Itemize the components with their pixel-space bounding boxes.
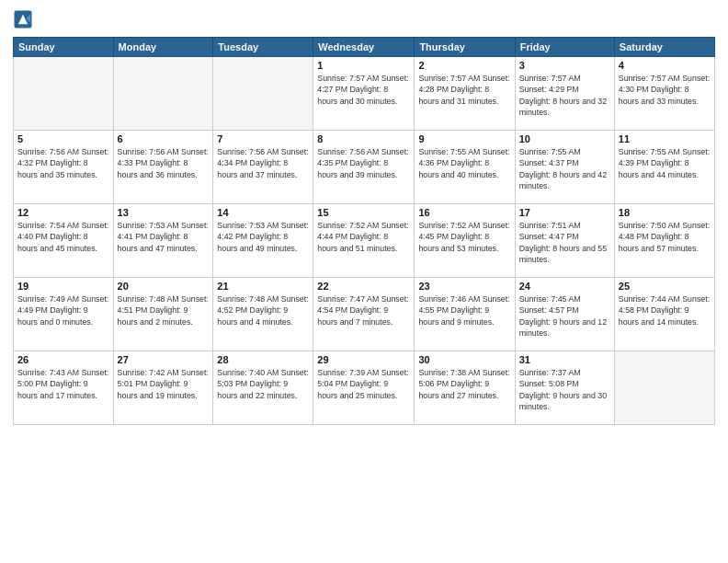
day-detail: Sunrise: 7:47 AM Sunset: 4:54 PM Dayligh… bbox=[317, 293, 410, 327]
day-detail: Sunrise: 7:52 AM Sunset: 4:45 PM Dayligh… bbox=[418, 220, 510, 254]
calendar-header-row: SundayMondayTuesdayWednesdayThursdayFrid… bbox=[14, 38, 715, 57]
calendar-cell: 24Sunrise: 7:45 AM Sunset: 4:57 PM Dayli… bbox=[515, 278, 614, 351]
day-detail: Sunrise: 7:51 AM Sunset: 4:47 PM Dayligh… bbox=[519, 220, 610, 265]
calendar-cell: 12Sunrise: 7:54 AM Sunset: 4:40 PM Dayli… bbox=[14, 204, 114, 278]
calendar-cell: 27Sunrise: 7:42 AM Sunset: 5:01 PM Dayli… bbox=[113, 351, 213, 425]
calendar-cell: 29Sunrise: 7:39 AM Sunset: 5:04 PM Dayli… bbox=[313, 351, 415, 425]
day-number: 1 bbox=[317, 60, 410, 71]
day-number: 2 bbox=[418, 60, 510, 71]
calendar-cell: 5Sunrise: 7:56 AM Sunset: 4:32 PM Daylig… bbox=[14, 131, 114, 204]
calendar-cell: 21Sunrise: 7:48 AM Sunset: 4:52 PM Dayli… bbox=[213, 278, 313, 351]
weekday-header-thursday: Thursday bbox=[415, 38, 515, 57]
calendar-cell bbox=[614, 351, 714, 425]
weekday-header-monday: Monday bbox=[113, 38, 213, 57]
day-detail: Sunrise: 7:56 AM Sunset: 4:35 PM Dayligh… bbox=[317, 146, 410, 180]
day-detail: Sunrise: 7:49 AM Sunset: 4:49 PM Dayligh… bbox=[17, 293, 109, 327]
calendar-cell bbox=[213, 57, 313, 131]
day-detail: Sunrise: 7:57 AM Sunset: 4:29 PM Dayligh… bbox=[519, 73, 610, 118]
day-detail: Sunrise: 7:46 AM Sunset: 4:55 PM Dayligh… bbox=[418, 293, 510, 327]
weekday-header-saturday: Saturday bbox=[614, 38, 714, 57]
calendar-cell: 2Sunrise: 7:57 AM Sunset: 4:28 PM Daylig… bbox=[415, 57, 515, 131]
day-detail: Sunrise: 7:55 AM Sunset: 4:37 PM Dayligh… bbox=[519, 146, 610, 191]
day-number: 21 bbox=[217, 281, 309, 292]
calendar-week-row-2: 12Sunrise: 7:54 AM Sunset: 4:40 PM Dayli… bbox=[14, 204, 715, 278]
day-number: 23 bbox=[418, 281, 510, 292]
day-detail: Sunrise: 7:55 AM Sunset: 4:39 PM Dayligh… bbox=[619, 146, 711, 180]
day-detail: Sunrise: 7:52 AM Sunset: 4:44 PM Dayligh… bbox=[317, 220, 410, 254]
day-number: 10 bbox=[519, 133, 610, 144]
calendar-cell: 8Sunrise: 7:56 AM Sunset: 4:35 PM Daylig… bbox=[313, 131, 415, 204]
calendar-cell: 4Sunrise: 7:57 AM Sunset: 4:30 PM Daylig… bbox=[614, 57, 714, 131]
calendar-week-row-4: 26Sunrise: 7:43 AM Sunset: 5:00 PM Dayli… bbox=[14, 351, 715, 425]
calendar-cell: 15Sunrise: 7:52 AM Sunset: 4:44 PM Dayli… bbox=[313, 204, 415, 278]
day-detail: Sunrise: 7:50 AM Sunset: 4:48 PM Dayligh… bbox=[619, 220, 711, 254]
day-detail: Sunrise: 7:53 AM Sunset: 4:42 PM Dayligh… bbox=[217, 220, 309, 254]
day-number: 12 bbox=[17, 207, 109, 218]
day-detail: Sunrise: 7:45 AM Sunset: 4:57 PM Dayligh… bbox=[519, 293, 610, 339]
day-number: 15 bbox=[317, 207, 410, 218]
calendar-cell: 28Sunrise: 7:40 AM Sunset: 5:03 PM Dayli… bbox=[213, 351, 313, 425]
calendar-cell: 3Sunrise: 7:57 AM Sunset: 4:29 PM Daylig… bbox=[515, 57, 614, 131]
day-number: 4 bbox=[619, 60, 711, 71]
day-detail: Sunrise: 7:56 AM Sunset: 4:34 PM Dayligh… bbox=[217, 146, 309, 180]
calendar-cell: 16Sunrise: 7:52 AM Sunset: 4:45 PM Dayli… bbox=[415, 204, 515, 278]
day-number: 19 bbox=[17, 281, 109, 292]
day-detail: Sunrise: 7:38 AM Sunset: 5:06 PM Dayligh… bbox=[418, 367, 510, 401]
calendar-cell bbox=[14, 57, 114, 131]
day-detail: Sunrise: 7:57 AM Sunset: 4:28 PM Dayligh… bbox=[418, 73, 510, 107]
weekday-header-wednesday: Wednesday bbox=[313, 38, 415, 57]
logo bbox=[13, 9, 35, 29]
calendar-cell: 18Sunrise: 7:50 AM Sunset: 4:48 PM Dayli… bbox=[614, 204, 714, 278]
day-detail: Sunrise: 7:48 AM Sunset: 4:51 PM Dayligh… bbox=[118, 293, 210, 327]
calendar-cell: 26Sunrise: 7:43 AM Sunset: 5:00 PM Dayli… bbox=[14, 351, 114, 425]
calendar-cell: 13Sunrise: 7:53 AM Sunset: 4:41 PM Dayli… bbox=[113, 204, 213, 278]
day-detail: Sunrise: 7:48 AM Sunset: 4:52 PM Dayligh… bbox=[217, 293, 309, 327]
day-detail: Sunrise: 7:37 AM Sunset: 5:08 PM Dayligh… bbox=[519, 367, 610, 412]
day-detail: Sunrise: 7:42 AM Sunset: 5:01 PM Dayligh… bbox=[118, 367, 210, 401]
weekday-header-sunday: Sunday bbox=[14, 38, 114, 57]
day-detail: Sunrise: 7:56 AM Sunset: 4:32 PM Dayligh… bbox=[17, 146, 109, 180]
day-number: 29 bbox=[317, 354, 410, 365]
day-number: 28 bbox=[217, 354, 309, 365]
day-detail: Sunrise: 7:57 AM Sunset: 4:27 PM Dayligh… bbox=[317, 73, 410, 107]
calendar-cell: 23Sunrise: 7:46 AM Sunset: 4:55 PM Dayli… bbox=[415, 278, 515, 351]
day-number: 31 bbox=[519, 354, 610, 365]
page-header bbox=[13, 9, 715, 29]
calendar-cell: 14Sunrise: 7:53 AM Sunset: 4:42 PM Dayli… bbox=[213, 204, 313, 278]
day-number: 30 bbox=[418, 354, 510, 365]
day-number: 14 bbox=[217, 207, 309, 218]
day-number: 20 bbox=[118, 281, 210, 292]
day-detail: Sunrise: 7:40 AM Sunset: 5:03 PM Dayligh… bbox=[217, 367, 309, 401]
calendar-cell: 31Sunrise: 7:37 AM Sunset: 5:08 PM Dayli… bbox=[515, 351, 614, 425]
day-detail: Sunrise: 7:53 AM Sunset: 4:41 PM Dayligh… bbox=[118, 220, 210, 254]
day-number: 24 bbox=[519, 281, 610, 292]
day-number: 8 bbox=[317, 133, 410, 144]
page-container: SundayMondayTuesdayWednesdayThursdayFrid… bbox=[0, 0, 728, 432]
calendar-week-row-1: 5Sunrise: 7:56 AM Sunset: 4:32 PM Daylig… bbox=[14, 131, 715, 204]
calendar-cell: 30Sunrise: 7:38 AM Sunset: 5:06 PM Dayli… bbox=[415, 351, 515, 425]
weekday-header-tuesday: Tuesday bbox=[213, 38, 313, 57]
day-number: 6 bbox=[118, 133, 210, 144]
day-number: 26 bbox=[17, 354, 109, 365]
calendar-cell bbox=[113, 57, 213, 131]
day-number: 22 bbox=[317, 281, 410, 292]
day-number: 25 bbox=[619, 281, 711, 292]
day-number: 17 bbox=[519, 207, 610, 218]
day-detail: Sunrise: 7:44 AM Sunset: 4:58 PM Dayligh… bbox=[619, 293, 711, 327]
day-detail: Sunrise: 7:43 AM Sunset: 5:00 PM Dayligh… bbox=[17, 367, 109, 401]
day-number: 9 bbox=[418, 133, 510, 144]
calendar-cell: 6Sunrise: 7:56 AM Sunset: 4:33 PM Daylig… bbox=[113, 131, 213, 204]
day-number: 3 bbox=[519, 60, 610, 71]
calendar-cell: 25Sunrise: 7:44 AM Sunset: 4:58 PM Dayli… bbox=[614, 278, 714, 351]
calendar-cell: 10Sunrise: 7:55 AM Sunset: 4:37 PM Dayli… bbox=[515, 131, 614, 204]
calendar-cell: 9Sunrise: 7:55 AM Sunset: 4:36 PM Daylig… bbox=[415, 131, 515, 204]
day-number: 27 bbox=[118, 354, 210, 365]
day-number: 5 bbox=[17, 133, 109, 144]
calendar-week-row-0: 1Sunrise: 7:57 AM Sunset: 4:27 PM Daylig… bbox=[14, 57, 715, 131]
calendar-cell: 1Sunrise: 7:57 AM Sunset: 4:27 PM Daylig… bbox=[313, 57, 415, 131]
calendar-cell: 11Sunrise: 7:55 AM Sunset: 4:39 PM Dayli… bbox=[614, 131, 714, 204]
calendar-cell: 22Sunrise: 7:47 AM Sunset: 4:54 PM Dayli… bbox=[313, 278, 415, 351]
day-number: 11 bbox=[619, 133, 711, 144]
calendar-cell: 7Sunrise: 7:56 AM Sunset: 4:34 PM Daylig… bbox=[213, 131, 313, 204]
day-number: 16 bbox=[418, 207, 510, 218]
